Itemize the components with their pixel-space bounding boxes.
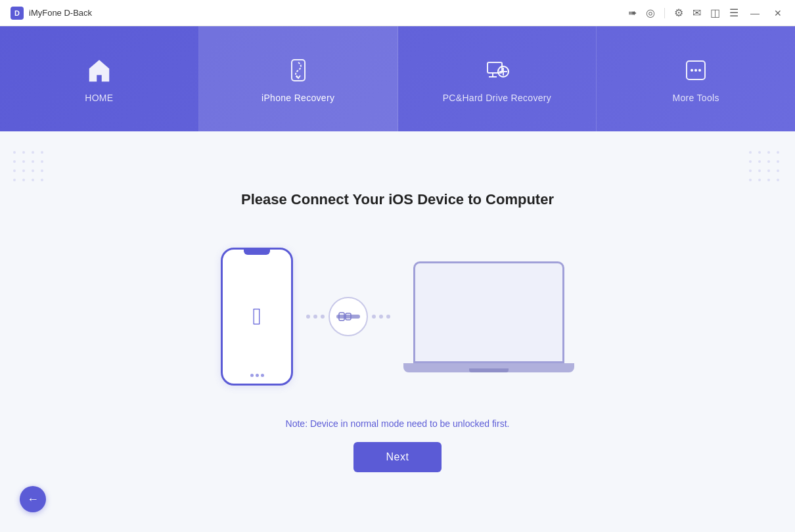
share-icon[interactable]: ➠ [628,7,637,19]
iphone-recovery-icon [283,55,314,86]
chat-icon[interactable]: ◫ [710,7,720,19]
nav-item-home[interactable]: HOME [0,26,199,131]
nav-item-iphone-recovery[interactable]: iPhone Recovery [199,26,398,131]
settings-icon[interactable]: ⚙ [674,7,683,19]
usb-connector [329,297,368,336]
home-label: HOME [85,93,113,103]
laptop-base [403,363,574,372]
note-text: Note: Device in normal mode need to be u… [286,418,510,429]
dot-group-right [372,315,390,319]
menu-icon[interactable]: ☰ [729,7,738,19]
next-button[interactable]: Next [353,442,442,472]
pc-recovery-icon [481,55,512,86]
decorative-dots-right [749,151,782,184]
connect-title: Please Connect Your iOS Device to Comput… [241,191,554,208]
dot-group-left [306,315,325,319]
iphone-illustration:  [221,248,293,386]
decorative-dots-left [13,151,46,184]
iphone-device:  [221,248,293,386]
apple-logo:  [252,305,261,328]
iphone-notch [244,250,270,255]
svg-point-7 [694,69,697,72]
mail-icon[interactable]: ✉ [693,7,701,19]
more-tools-label: More Tools [673,93,719,103]
more-tools-icon [680,55,712,86]
main-content: Please Connect Your iOS Device to Comput… [0,131,795,532]
pc-recovery-label: PC&Hard Drive Recovery [443,93,551,103]
nav-bar: HOME iPhone Recovery PC&Hard Drive Recov… [0,26,795,131]
title-bar: D iMyFone D-Back ➠ ◎ ⚙ ✉ ◫ ☰ — ✕ [0,0,795,26]
laptop-screen [413,261,564,363]
title-bar-left: D iMyFone D-Back [11,7,92,20]
iphone-bottom-dots [250,374,264,377]
nav-item-pc-recovery[interactable]: PC&Hard Drive Recovery [398,26,597,131]
svg-rect-9 [336,315,360,319]
user-icon[interactable]: ◎ [646,7,655,19]
iphone-recovery-label: iPhone Recovery [261,93,334,103]
home-icon [83,55,115,86]
connector-illustration [306,297,390,336]
title-bar-right: ➠ ◎ ⚙ ✉ ◫ ☰ — ✕ [628,7,784,20]
app-logo: D [11,7,24,20]
illustration:  [221,248,574,386]
app-title: iMyFone D-Back [29,8,92,18]
close-button[interactable]: ✕ [771,7,784,20]
divider [664,8,665,18]
laptop-illustration [403,261,574,372]
back-button[interactable]: ← [20,486,46,512]
nav-item-more-tools[interactable]: More Tools [597,26,795,131]
svg-point-8 [698,69,701,72]
minimize-button[interactable]: — [748,7,762,20]
svg-point-6 [691,69,693,72]
